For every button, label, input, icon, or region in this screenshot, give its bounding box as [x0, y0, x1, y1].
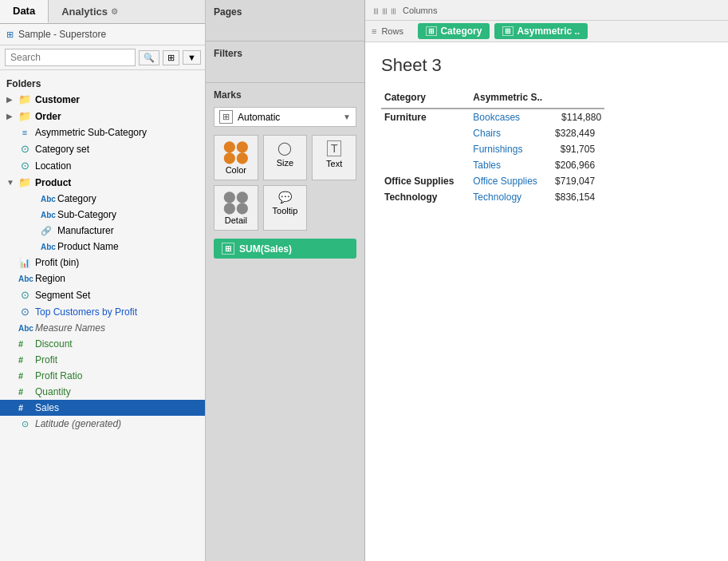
value-cell: $91,705 — [552, 141, 604, 157]
detail-icon: ⬤⬤⬤⬤ — [223, 191, 249, 213]
category-cell: Office Supplies — [381, 173, 470, 189]
sort-button[interactable]: ▼ — [183, 50, 201, 65]
item-discount[interactable]: # Discount — [0, 336, 205, 352]
columns-icon: ⫼⫼⫼ — [372, 6, 398, 15]
item-label: Sub-Category — [57, 209, 116, 220]
item-sub-category[interactable]: Abc Sub-Category — [0, 207, 205, 223]
set-icon: ⊙ — [18, 306, 31, 318]
sum-sales-pill[interactable]: ⊞ SUM(Sales) — [214, 239, 356, 259]
item-product-name[interactable]: Abc Product Name — [0, 239, 205, 255]
value-cell: $836,154 — [552, 189, 604, 205]
source-label: Sample - Superstore — [18, 29, 106, 40]
color-dots-icon: ⬤⬤⬤⬤ — [223, 140, 249, 163]
mark-size-button[interactable]: ◯ Size — [263, 135, 308, 180]
item-quantity[interactable]: # Quantity — [0, 384, 205, 400]
item-label: Product Name — [57, 241, 119, 252]
expand-arrow: ▶ — [6, 95, 14, 104]
expand-arrow: ▼ — [6, 178, 14, 187]
value-cell: $114,880 — [552, 109, 604, 125]
value-cell: $328,449 — [552, 125, 604, 141]
category-pill-label: Category — [440, 26, 482, 37]
item-segment-set[interactable]: ⊙ Segment Set — [0, 286, 205, 303]
set-icon: ⊙ — [18, 289, 31, 301]
marks-type-dropdown[interactable]: ⊞ Automatic ▼ — [214, 107, 356, 127]
category-cell: Technology — [381, 189, 470, 205]
col-value-header — [552, 89, 604, 109]
folders-header: Folders — [0, 73, 205, 91]
folder-icon: 📁 — [18, 93, 31, 105]
search-input[interactable] — [5, 49, 136, 66]
category-pill-icon: ⊞ — [426, 26, 437, 36]
rows-label: Rows — [381, 26, 413, 36]
marks-type-label: Automatic — [238, 112, 280, 123]
folder-order[interactable]: ▶ 📁 Order — [0, 108, 205, 124]
expand-arrow: ▶ — [6, 112, 14, 120]
tooltip-label: Tooltip — [273, 206, 298, 215]
item-label: Location — [35, 160, 71, 172]
tab-data[interactable]: Data — [0, 0, 49, 23]
item-profit-ratio[interactable]: # Profit Ratio — [0, 368, 205, 384]
item-top-customers[interactable]: ⊙ Top Customers by Profit — [0, 303, 205, 320]
marks-header: Marks — [214, 89, 356, 101]
folder-product[interactable]: ▼ 📁 Product — [0, 174, 205, 191]
abc-icon: Abc — [18, 324, 31, 333]
measure-icon: # — [18, 387, 31, 397]
item-asymmetric-sub-category[interactable]: ≡ Asymmetric Sub-Category — [0, 124, 205, 140]
item-manufacturer[interactable]: 🔗 Manufacturer — [0, 223, 205, 239]
category-cell: Furniture — [381, 109, 470, 125]
mark-text-button[interactable]: T Text — [312, 135, 356, 180]
folder-icon: 📁 — [18, 110, 31, 122]
abc-icon: Abc — [41, 211, 53, 219]
measure-icon: # — [18, 355, 31, 365]
item-label: Category — [57, 193, 96, 204]
rows-asymmetric-pill[interactable]: ⊞ Asymmetric .. — [494, 23, 588, 39]
text-label: Text — [326, 159, 342, 168]
folder-customer[interactable]: ▶ 📁 Customer — [0, 91, 205, 108]
table-row: Tables $206,966 — [381, 157, 604, 173]
set-icon: ⊙ — [18, 143, 31, 155]
item-measure-names[interactable]: Abc Measure Names — [0, 320, 205, 336]
item-label: Manufacturer — [57, 225, 114, 236]
data-source: ⊞ Sample - Superstore — [0, 24, 205, 45]
mark-tooltip-button[interactable]: 💬 Tooltip — [263, 185, 308, 231]
item-sales[interactable]: # Sales — [0, 400, 205, 416]
value-cell: $719,047 — [552, 173, 604, 189]
table-row: Technology Technology $836,154 — [381, 189, 604, 205]
item-label: Asymmetric Sub-Category — [35, 127, 147, 138]
mark-detail-button[interactable]: ⬤⬤⬤⬤ Detail — [214, 185, 258, 231]
tab-analytics[interactable]: Analytics ⚙ — [49, 0, 131, 23]
color-label: Color — [226, 165, 246, 175]
table-row: Furnishings $91,705 — [381, 141, 604, 157]
pages-header: Pages — [214, 6, 356, 18]
view-toggle-button[interactable]: ⊞ — [163, 50, 179, 65]
item-latitude[interactable]: ⊙ Latitude (generated) — [0, 416, 205, 432]
tooltip-icon: 💬 — [278, 191, 292, 203]
sub-category-cell: Tables — [470, 157, 552, 173]
asymmetric-pill-label: Asymmetric .. — [517, 26, 580, 37]
folder-label: Product — [35, 177, 71, 188]
rows-category-pill[interactable]: ⊞ Category — [418, 23, 490, 39]
mark-color-button[interactable]: ⬤⬤⬤⬤ Color — [214, 135, 258, 180]
pill-icon: ⊞ — [222, 243, 234, 255]
item-location[interactable]: ⊙ Location — [0, 157, 205, 174]
table-row: Office Supplies Office Supplies $719,047 — [381, 173, 604, 189]
item-label: Sales — [35, 402, 59, 413]
table-row: Furniture Bookcases $114,880 — [381, 109, 604, 125]
item-label: Category set — [35, 144, 89, 155]
columns-label: Columns — [403, 6, 437, 15]
pill-label: SUM(Sales) — [239, 243, 292, 255]
asymmetric-pill-icon: ⊞ — [502, 26, 514, 36]
analytics-options-icon[interactable]: ⚙ — [111, 7, 118, 16]
search-button[interactable]: 🔍 — [139, 50, 159, 65]
item-region[interactable]: Abc Region — [0, 271, 205, 286]
item-profit-bin[interactable]: 📊 Profit (bin) — [0, 255, 205, 271]
item-profit[interactable]: # Profit — [0, 352, 205, 368]
folder-label: Order — [35, 111, 61, 122]
detail-label: Detail — [225, 215, 247, 225]
source-icon: ⊞ — [6, 30, 14, 40]
item-category-set[interactable]: ⊙ Category set — [0, 140, 205, 157]
item-label: Discount — [35, 338, 73, 350]
sub-category-cell: Office Supplies — [470, 173, 552, 189]
item-category[interactable]: Abc Category — [0, 191, 205, 207]
dropdown-arrow-icon: ▼ — [343, 113, 351, 121]
